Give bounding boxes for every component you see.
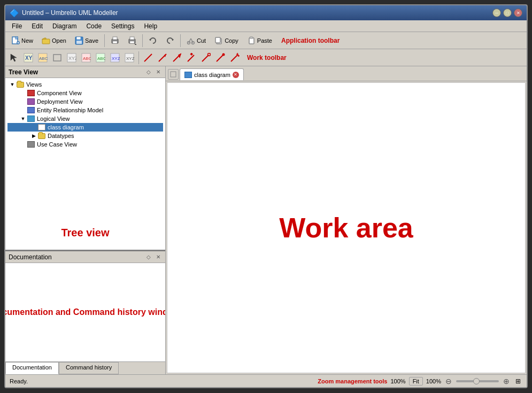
paste-icon: [247, 36, 256, 45]
doc-annotation: Documentation and Command history window: [5, 306, 165, 318]
tree-entity-model[interactable]: ▶ Entity Relationship Model: [7, 106, 163, 114]
save-button[interactable]: Save: [71, 34, 102, 48]
arrow2-tool[interactable]: [156, 51, 169, 64]
svg-rect-12: [113, 41, 117, 43]
circle-fill-tool[interactable]: [214, 51, 227, 64]
tree-close-btn[interactable]: ✕: [155, 68, 162, 76]
print2-button[interactable]: [124, 34, 140, 48]
menu-bar: File Edit Diagram Code Settings Help: [5, 20, 527, 32]
zoom-fit-button[interactable]: Fit: [409, 377, 423, 386]
class-tool[interactable]: ABC: [36, 51, 49, 64]
expand-logical[interactable]: ▼: [19, 115, 27, 122]
doc-tabs: Documentation Command history: [5, 361, 165, 374]
tree-datatypes[interactable]: ▶ Datatypes: [7, 132, 163, 140]
select-tool[interactable]: [7, 51, 20, 64]
svg-text:ABC: ABC: [97, 56, 105, 61]
doc-close-btn[interactable]: ✕: [155, 253, 162, 261]
tree-view-annotation: Tree view: [61, 227, 109, 239]
undo-button[interactable]: [145, 34, 161, 48]
tree-detach-btn[interactable]: ◇: [145, 68, 152, 76]
cut-button[interactable]: Cut: [183, 34, 210, 48]
menu-code[interactable]: Code: [82, 21, 106, 31]
app-icon: 🔷: [10, 9, 19, 17]
new-button-label: New: [21, 37, 33, 44]
svg-line-48: [188, 55, 194, 61]
arrow1-tool[interactable]: [142, 51, 155, 64]
class-diagram-tab-icon: [184, 72, 192, 78]
cut-icon: [187, 36, 195, 45]
tree-view-title: Tree View: [9, 68, 38, 76]
toolbar-sep-1: [104, 34, 105, 47]
expand-datatypes[interactable]: ▶: [30, 132, 37, 140]
text-box-tool[interactable]: XYZ: [65, 51, 78, 64]
new-diagram-tab-btn[interactable]: [168, 69, 179, 80]
actor3-tool[interactable]: XYZ: [109, 51, 121, 64]
zoom-controls: Zoom management tools 100% Fit 100% ⊖ ⊕ …: [318, 377, 522, 386]
zoom-expand-button[interactable]: ⊞: [514, 377, 522, 386]
close-button[interactable]: ✕: [514, 9, 522, 17]
menu-edit[interactable]: Edit: [27, 21, 47, 31]
zoom-out-button[interactable]: ⊖: [444, 377, 453, 386]
doc-detach-btn[interactable]: ◇: [145, 253, 152, 261]
tree-panel: Tree View ◇ ✕ ▼ Views ▶: [5, 66, 165, 251]
svg-text:XYZ: XYZ: [126, 56, 134, 61]
actor2-tool[interactable]: ABC: [94, 51, 107, 64]
title-bar-title: Untitled – Umbrello UML Modeller: [22, 9, 118, 17]
status-text: Ready.: [10, 378, 28, 384]
work-toolbar-sep-1: [138, 51, 139, 64]
app-window: 🔷 Untitled – Umbrello UML Modeller ─ □ ✕…: [4, 4, 528, 388]
cross-tool[interactable]: [228, 51, 241, 64]
print-button[interactable]: [107, 34, 123, 48]
doc-tab-documentation[interactable]: Documentation: [5, 362, 59, 374]
zoom-slider-thumb[interactable]: [473, 378, 480, 384]
copy-button[interactable]: Copy: [211, 34, 242, 48]
svg-rect-15: [130, 41, 134, 43]
canvas-area[interactable]: Work area: [167, 82, 526, 373]
main-content: Tree View ◇ ✕ ▼ Views ▶: [5, 66, 527, 374]
maximize-button[interactable]: □: [503, 9, 512, 17]
work-toolbar-annotation: Work toolbar: [247, 54, 287, 61]
save-disk-icon: [75, 36, 83, 45]
close-tab-btn[interactable]: ✕: [233, 72, 239, 78]
open-button-label: Open: [52, 37, 66, 44]
zoom-in-button[interactable]: ⊕: [502, 377, 511, 386]
tree-content[interactable]: ▼ Views ▶ Component View ▶ Deployment Vi…: [5, 78, 165, 250]
redo-button[interactable]: [162, 34, 178, 48]
component-view-label: Component View: [37, 90, 82, 96]
doc-tab-command-history[interactable]: Command history: [59, 362, 119, 374]
undo-icon: [149, 36, 157, 45]
tab-class-diagram[interactable]: class diagram ✕: [180, 68, 244, 80]
actor-tool[interactable]: ABC: [80, 51, 92, 64]
menu-settings[interactable]: Settings: [107, 21, 138, 31]
expand-views[interactable]: ▼: [9, 81, 16, 88]
menu-diagram[interactable]: Diagram: [48, 21, 81, 31]
svg-marker-18: [172, 39, 174, 41]
new-button[interactable]: New: [7, 34, 37, 48]
zoom-slider[interactable]: [456, 380, 499, 382]
app-toolbar-annotation: Application toolbar: [281, 37, 340, 44]
text-tool[interactable]: XY: [22, 51, 35, 64]
new-doc-icon: [11, 36, 20, 45]
zoom-percent-display: 100%: [390, 378, 405, 384]
arrow3-tool[interactable]: [171, 51, 183, 64]
tree-component-view[interactable]: ▶ Component View: [7, 89, 163, 97]
tree-views[interactable]: ▼ Views: [7, 80, 163, 89]
menu-file[interactable]: File: [7, 21, 26, 31]
paste-button[interactable]: Paste: [243, 34, 276, 48]
svg-rect-11: [113, 37, 117, 40]
svg-rect-6: [42, 39, 50, 44]
menu-help[interactable]: Help: [140, 21, 161, 31]
rect-tool[interactable]: [51, 51, 64, 64]
open-button[interactable]: Open: [38, 34, 70, 48]
tree-usecase-view[interactable]: ▶ Use Case View: [7, 140, 163, 149]
diamond-tool[interactable]: [185, 51, 198, 64]
minimize-button[interactable]: ─: [492, 9, 501, 17]
node-tool[interactable]: XYZ: [123, 51, 136, 64]
tree-logical-view[interactable]: ▼ Logical View: [7, 114, 163, 123]
tree-deployment-view[interactable]: ▶ Deployment View: [7, 97, 163, 106]
tree-class-diagram[interactable]: ▶ class diagram: [7, 123, 163, 132]
title-bar-controls: ─ □ ✕: [492, 9, 522, 17]
component-view-icon: [27, 89, 35, 97]
paste-label: Paste: [257, 37, 272, 44]
circle-arrow-tool[interactable]: [199, 51, 212, 64]
